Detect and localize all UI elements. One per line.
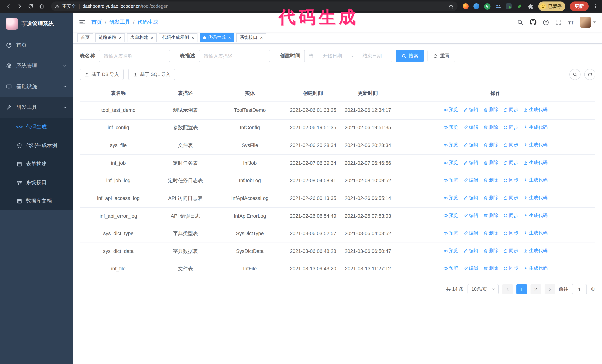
delete-link[interactable]: 删除 — [484, 177, 498, 184]
generate-code-link[interactable]: 生成代码 — [524, 247, 548, 255]
bookmark-star-icon[interactable] — [448, 3, 454, 9]
tab-close-icon[interactable]: × — [260, 35, 263, 40]
page-button-2[interactable]: 2 — [530, 284, 541, 294]
generate-code-link[interactable]: 生成代码 — [524, 159, 548, 166]
user-menu[interactable] — [580, 17, 596, 28]
sidebar-item-codegen[interactable]: </> 代码生成 — [0, 118, 73, 136]
sync-link[interactable]: 同步 — [504, 265, 518, 272]
help-icon[interactable] — [543, 19, 549, 25]
sync-link[interactable]: 同步 — [504, 124, 518, 131]
breadcrumb-dev-tools[interactable]: 研发工具 — [109, 19, 130, 26]
preview-link[interactable]: 预览 — [443, 177, 458, 184]
preview-link[interactable]: 预览 — [443, 124, 458, 131]
generate-code-link[interactable]: 生成代码 — [524, 265, 548, 272]
tab-close-icon[interactable]: × — [228, 35, 231, 40]
delete-link[interactable]: 删除 — [484, 124, 498, 131]
extension-icon-v[interactable]: V — [484, 3, 491, 10]
browser-menu-button[interactable] — [593, 3, 598, 9]
sync-link[interactable]: 同步 — [504, 247, 518, 255]
sidebar-item-system-management[interactable]: 系统管理 — [0, 56, 73, 76]
address-bar[interactable]: 不安全 | dashboard.yudao.iocoder.cn/tool/co… — [51, 1, 458, 11]
sync-link[interactable]: 同步 — [504, 212, 518, 219]
tab-close-icon[interactable]: × — [192, 35, 194, 40]
delete-link[interactable]: 删除 — [484, 212, 498, 219]
edit-link[interactable]: 编辑 — [463, 177, 478, 184]
extension-icon-leaf[interactable] — [516, 3, 523, 10]
preview-link[interactable]: 预览 — [443, 194, 458, 202]
edit-link[interactable]: 编辑 — [463, 141, 478, 149]
font-size-icon[interactable]: тT — [568, 19, 573, 25]
preview-link[interactable]: 预览 — [443, 159, 458, 166]
tab-codegen[interactable]: 代码生成× — [200, 33, 234, 42]
page-size-select[interactable]: 10条/页 — [467, 284, 499, 294]
sidebar-item-system-api[interactable]: 系统接口 — [0, 173, 73, 192]
edit-link[interactable]: 编辑 — [463, 230, 478, 237]
sidebar-item-db-docs[interactable]: 数据库文档 — [0, 192, 73, 210]
delete-link[interactable]: 删除 — [484, 106, 498, 114]
sync-link[interactable]: 同步 — [504, 194, 518, 202]
browser-forward-button[interactable] — [15, 1, 24, 11]
generate-code-link[interactable]: 生成代码 — [524, 124, 548, 131]
tab-tracing[interactable]: 链路追踪× — [95, 33, 125, 42]
sync-link[interactable]: 同步 — [504, 159, 518, 166]
tab-system-api[interactable]: 系统接口× — [236, 33, 266, 42]
generate-code-link[interactable]: 生成代码 — [524, 177, 548, 184]
edit-link[interactable]: 编辑 — [463, 247, 478, 255]
generate-code-link[interactable]: 生成代码 — [524, 212, 548, 219]
sync-link[interactable]: 同步 — [504, 141, 518, 149]
sidebar-item-dev-tools[interactable]: 研发工具 — [0, 97, 73, 118]
browser-home-button[interactable] — [37, 1, 47, 11]
preview-link[interactable]: 预览 — [443, 265, 458, 272]
next-page-button[interactable] — [545, 284, 555, 294]
toggle-search-button[interactable] — [570, 69, 580, 80]
edit-link[interactable]: 编辑 — [463, 124, 478, 131]
preview-link[interactable]: 预览 — [443, 141, 458, 149]
browser-update-button[interactable]: 更新 — [570, 1, 589, 11]
sidebar-item-codegen-example[interactable]: 代码生成示例 — [0, 136, 73, 155]
date-range-picker[interactable]: 开始日期 - 结束日期 — [304, 50, 392, 62]
page-button-1[interactable]: 1 — [516, 284, 527, 294]
browser-reload-button[interactable] — [26, 1, 36, 11]
edit-link[interactable]: 编辑 — [463, 106, 478, 114]
sync-link[interactable]: 同步 — [504, 177, 518, 184]
goto-page-input[interactable] — [572, 284, 587, 294]
generate-code-link[interactable]: 生成代码 — [524, 194, 548, 202]
edit-link[interactable]: 编辑 — [463, 159, 478, 166]
search-button[interactable]: 搜索 — [396, 50, 424, 62]
import-sql-button[interactable]: 基于 SQL 导入 — [128, 69, 175, 80]
tab-home[interactable]: 首页 — [77, 33, 93, 42]
refresh-table-button[interactable] — [584, 69, 595, 80]
header-search-button[interactable] — [517, 19, 524, 25]
tab-close-icon[interactable]: × — [119, 35, 121, 40]
github-icon[interactable] — [530, 19, 537, 26]
fullscreen-icon[interactable] — [556, 19, 562, 25]
browser-profile-paused-badge[interactable]: 已暂停 — [538, 1, 565, 11]
tab-form-builder[interactable]: 表单构建× — [127, 33, 157, 42]
sync-link[interactable]: 同步 — [504, 106, 518, 114]
extension-icon-people[interactable] — [494, 3, 502, 10]
generate-code-link[interactable]: 生成代码 — [524, 106, 548, 114]
sidebar-logo[interactable]: 芋道管理系统 — [0, 13, 73, 35]
extension-icon-fox[interactable] — [462, 3, 469, 10]
delete-link[interactable]: 删除 — [484, 265, 498, 272]
table-name-input[interactable] — [99, 50, 170, 62]
extension-icon-drop[interactable] — [473, 3, 480, 10]
tab-close-icon[interactable]: × — [151, 35, 153, 40]
browser-back-button[interactable] — [4, 1, 13, 11]
import-db-button[interactable]: 基于 DB 导入 — [80, 69, 124, 80]
delete-link[interactable]: 删除 — [484, 247, 498, 255]
tab-codegen-example[interactable]: 代码生成示例× — [159, 33, 197, 42]
reset-button[interactable]: 重置 — [428, 50, 455, 62]
edit-link[interactable]: 编辑 — [463, 265, 478, 272]
generate-code-link[interactable]: 生成代码 — [524, 230, 548, 237]
delete-link[interactable]: 删除 — [484, 230, 498, 237]
table-desc-input[interactable] — [199, 50, 270, 62]
delete-link[interactable]: 删除 — [484, 194, 498, 202]
generate-code-link[interactable]: 生成代码 — [524, 141, 548, 149]
sidebar-item-infrastructure[interactable]: 基础设施 — [0, 76, 73, 97]
sync-link[interactable]: 同步 — [504, 230, 518, 237]
edit-link[interactable]: 编辑 — [463, 194, 478, 202]
sidebar-item-form-builder[interactable]: 表单构建 — [0, 155, 73, 173]
preview-link[interactable]: 预览 — [443, 212, 458, 219]
preview-link[interactable]: 预览 — [443, 106, 458, 114]
